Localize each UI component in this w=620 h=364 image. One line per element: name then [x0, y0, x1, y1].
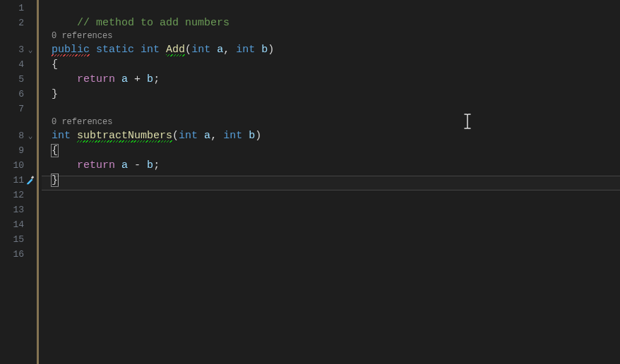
line-number-gutter: 1 2 3 ⌄ 4 5 6 7 8 ⌄ 9 10 11 12 13 14 15 …: [0, 0, 37, 364]
token-semicolon: ;: [153, 159, 160, 171]
token-variable: b: [147, 73, 153, 85]
line-number: 5: [18, 72, 24, 87]
line-number: 11: [13, 173, 24, 188]
line-number: 10: [13, 158, 24, 173]
token-operator: +: [134, 73, 141, 85]
svg-rect-0: [31, 176, 34, 178]
token-type: int: [223, 130, 242, 142]
token-param: b: [261, 44, 268, 56]
token-type: int: [191, 44, 210, 56]
token-method: subtractNumbers: [77, 130, 172, 142]
line-number: 3: [18, 42, 24, 57]
token-keyword: static: [96, 44, 134, 56]
line-number: 2: [18, 16, 24, 30]
code-editor[interactable]: // method to add numbers 0 references pu…: [42, 0, 620, 364]
token-variable: b: [147, 159, 153, 171]
token-type: int: [141, 44, 160, 56]
line-number: 9: [18, 143, 24, 158]
token-variable: a: [121, 159, 128, 171]
token-keyword: return: [77, 159, 115, 171]
line-number: 1: [18, 1, 24, 16]
line-number: 13: [13, 202, 24, 217]
token-keyword: return: [77, 73, 115, 85]
token-operator: -: [134, 159, 141, 171]
line-number: 8: [18, 128, 24, 143]
token-type: int: [52, 130, 71, 142]
token-keyword: public: [52, 44, 90, 56]
modified-indicator-bar: [37, 0, 42, 364]
codelens-references[interactable]: 0 references: [42, 30, 620, 42]
fold-collapse-icon[interactable]: ⌄: [25, 128, 35, 143]
text-caret: [58, 174, 59, 186]
token-brace: }: [52, 174, 58, 186]
token-type: int: [236, 44, 255, 56]
line-number: 16: [13, 247, 24, 262]
token-type: int: [179, 130, 198, 142]
token-variable: a: [121, 73, 128, 85]
line-number: 6: [18, 87, 24, 102]
line-number: 15: [13, 232, 24, 247]
token-method: Add: [166, 44, 185, 56]
fold-collapse-icon[interactable]: ⌄: [25, 42, 35, 57]
line-number: 7: [18, 102, 24, 116]
token-brace: }: [52, 88, 58, 100]
line-number: 14: [13, 217, 24, 232]
token-param: a: [204, 130, 210, 142]
mouse-ibeam-cursor: [463, 114, 472, 133]
code-comment: // method to add numbers: [77, 17, 229, 29]
token-semicolon: ;: [153, 73, 160, 85]
codelens-references[interactable]: 0 references: [42, 116, 620, 128]
token-brace: {: [52, 145, 58, 157]
token-brace: {: [52, 59, 58, 71]
line-number: 12: [13, 188, 24, 202]
line-number: 4: [18, 57, 24, 72]
screwdriver-icon[interactable]: [25, 175, 37, 186]
token-param: b: [249, 130, 255, 142]
token-param: a: [217, 44, 223, 56]
